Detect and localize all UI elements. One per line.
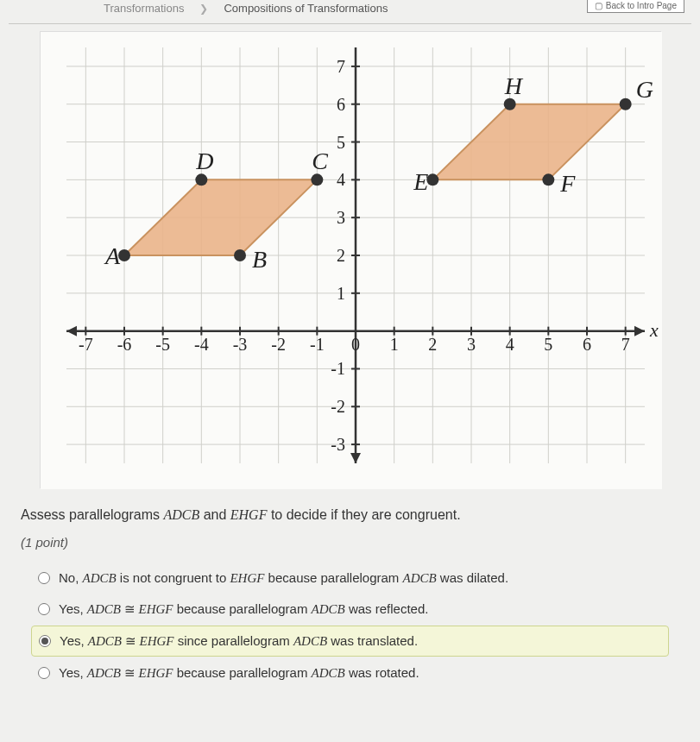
radio-icon[interactable]: [39, 635, 51, 647]
svg-point-88: [311, 173, 323, 186]
svg-text:-1: -1: [309, 335, 324, 354]
svg-text:A: A: [104, 242, 121, 269]
option-text: Yes, ADCB ≅ EHGF since parallelogram ADC…: [60, 633, 418, 649]
answer-option-0[interactable]: No, ADCB is not congruent to EHGF becaus…: [31, 563, 669, 593]
page-icon: ▢: [595, 1, 602, 10]
divider: [9, 23, 691, 24]
q-prefix: Assess parallelograms: [21, 507, 163, 522]
svg-rect-0: [41, 32, 662, 489]
svg-text:-6: -6: [117, 335, 131, 354]
svg-text:3: 3: [337, 208, 345, 227]
q-mid: and: [199, 507, 230, 522]
svg-text:C: C: [312, 148, 328, 174]
svg-text:6: 6: [337, 95, 345, 114]
q-suffix: to decide if they are congruent.: [267, 507, 460, 522]
svg-point-96: [619, 98, 631, 110]
radio-icon[interactable]: [38, 572, 50, 584]
question-text: Assess parallelograms ADCB and EHGF to d…: [0, 488, 700, 530]
q-shape2: EHGF: [230, 507, 268, 522]
svg-text:-5: -5: [155, 335, 170, 354]
points-label: (1 point): [0, 530, 700, 562]
svg-text:5: 5: [544, 335, 552, 354]
svg-text:-2: -2: [331, 397, 345, 416]
svg-text:-2: -2: [271, 335, 286, 354]
svg-text:0: 0: [351, 335, 360, 354]
option-text: Yes, ADCB ≅ EHGF because parallelogram A…: [59, 665, 419, 681]
svg-text:F: F: [559, 170, 576, 197]
breadcrumb-current[interactable]: Compositions of Transformations: [224, 2, 388, 15]
breadcrumb: Transformations ❯ Compositions of Transf…: [0, 0, 700, 22]
svg-text:E: E: [413, 168, 428, 195]
answer-option-3[interactable]: Yes, ADCB ≅ EHGF because parallelogram A…: [31, 658, 669, 688]
back-button-label: Back to Intro Page: [606, 1, 677, 10]
svg-text:6: 6: [583, 335, 591, 354]
svg-text:2: 2: [428, 335, 437, 354]
svg-text:H: H: [503, 72, 523, 99]
svg-text:4: 4: [337, 170, 345, 189]
svg-text:-7: -7: [78, 335, 92, 354]
svg-text:B: B: [252, 246, 267, 273]
svg-text:1: 1: [337, 284, 345, 303]
answer-options: No, ADCB is not congruent to EHGF becaus…: [0, 563, 700, 688]
svg-text:5: 5: [337, 133, 345, 152]
svg-text:2: 2: [337, 246, 345, 265]
svg-point-98: [542, 173, 554, 186]
radio-icon[interactable]: [38, 603, 50, 615]
answer-option-2[interactable]: Yes, ADCB ≅ EHGF since parallelogram ADC…: [31, 626, 669, 657]
svg-text:-3: -3: [331, 435, 345, 454]
radio-icon[interactable]: [38, 667, 50, 679]
breadcrumb-prev[interactable]: Transformations: [104, 2, 184, 15]
svg-text:7: 7: [621, 335, 629, 354]
option-text: Yes, ADCB ≅ EHGF because parallelogram A…: [59, 601, 428, 617]
svg-point-94: [503, 98, 515, 110]
option-text: No, ADCB is not congruent to EHGF becaus…: [59, 570, 508, 586]
svg-text:3: 3: [467, 335, 476, 354]
svg-point-90: [234, 249, 246, 261]
coordinate-plane: -7-6-5-4-3-2-101234567-3-2-11234567ADCBE…: [40, 31, 661, 488]
svg-text:-4: -4: [193, 335, 208, 354]
svg-text:-3: -3: [232, 335, 247, 354]
svg-text:7: 7: [337, 57, 345, 76]
svg-text:4: 4: [505, 335, 514, 354]
back-button[interactable]: ▢ Back to Intro Page: [587, 0, 684, 13]
svg-text:G: G: [635, 76, 653, 103]
svg-text:1: 1: [389, 335, 398, 354]
svg-point-86: [195, 173, 207, 186]
svg-text:x: x: [649, 319, 659, 341]
svg-text:D: D: [195, 148, 213, 174]
q-shape1: ADCB: [163, 507, 199, 522]
answer-option-1[interactable]: Yes, ADCB ≅ EHGF because parallelogram A…: [31, 594, 669, 624]
svg-text:-1: -1: [331, 359, 345, 378]
chevron-right-icon: ❯: [199, 3, 208, 15]
